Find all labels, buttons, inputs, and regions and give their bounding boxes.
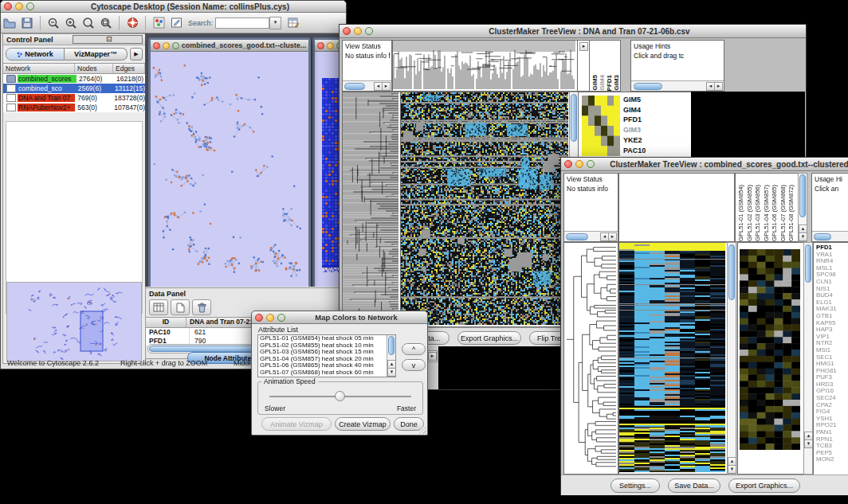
column-edges[interactable]: Edges — [113, 64, 145, 73]
export-graphics-button[interactable]: Export Graphics... — [457, 331, 521, 345]
select-attributes-button[interactable] — [149, 299, 168, 315]
minimize-button[interactable] — [575, 160, 583, 168]
column-dendrogram-panel[interactable] — [618, 173, 735, 242]
scrollbar-thumb[interactable] — [805, 244, 811, 283]
column-label[interactable]: GIM4 — [599, 75, 606, 91]
zoom-fit-button[interactable] — [80, 15, 97, 31]
row-dendrogram-canvas[interactable] — [564, 243, 616, 472]
column-label[interactable]: GPL51-08 (GSM872) — [787, 185, 796, 241]
gene-label[interactable]: GIM3 — [623, 125, 646, 135]
create-vizmap-button[interactable]: Create Vizmap — [335, 417, 391, 431]
network-window-1-titlebar[interactable]: combined_scores_good.txt--cluste... — [151, 40, 308, 52]
scrollbar-thumb[interactable] — [388, 336, 395, 355]
heatmap-canvas[interactable] — [619, 243, 725, 472]
gene-label[interactable]: PAC10 — [623, 146, 646, 156]
column-label[interactable]: GPL51-04 (GSM857) — [763, 185, 771, 241]
scroll-right-icon[interactable]: ▸ — [579, 42, 588, 51]
export-graphics-button[interactable]: Export Graphics... — [728, 479, 800, 493]
view-status-hscrollbar[interactable]: ◂ ▸ — [564, 231, 618, 241]
network-row[interactable]: RNAPuberNov2+ 563(0) 107847(0) — [3, 103, 145, 112]
zoom-in-button[interactable] — [62, 15, 80, 31]
close-button[interactable] — [564, 160, 572, 168]
column-label[interactable]: GPL51-07 (GSM868) — [779, 185, 788, 241]
attribute-list[interactable]: GPL51-01 (GSM854) heat shock 05 minGPL51… — [257, 334, 396, 377]
scrollbar-thumb[interactable] — [728, 244, 735, 300]
column-label[interactable]: YKE2 — [620, 74, 621, 91]
gene-label[interactable]: YKE2 — [623, 135, 646, 146]
new-attribute-button[interactable] — [171, 299, 190, 315]
save-button[interactable] — [18, 15, 36, 31]
tab-vizmapper[interactable]: VizMapper™ — [65, 48, 128, 61]
float-window-icon[interactable]: ⊡ — [73, 35, 143, 44]
tab-network[interactable]: Network — [6, 48, 65, 61]
open-file-button[interactable] — [1, 15, 18, 31]
scroll-down-icon[interactable]: ▾ — [804, 440, 813, 448]
close-button[interactable] — [317, 42, 324, 49]
minimize-button[interactable] — [327, 42, 334, 49]
close-button[interactable] — [4, 2, 12, 10]
resize-grip[interactable] — [419, 427, 426, 434]
scrollbar-thumb[interactable] — [566, 233, 588, 240]
attribute-list-vscrollbar[interactable]: ▴ ▾ — [387, 335, 395, 377]
treeview2-titlebar[interactable]: ClusterMaker TreeView : combined_scores_… — [561, 158, 848, 171]
delete-attribute-button[interactable] — [192, 299, 211, 315]
column-labels-vscrollbar[interactable]: ▴ ▾ — [798, 173, 807, 242]
treeview1-titlebar[interactable]: ClusterMaker TreeView : DNA and Tran 07-… — [340, 25, 806, 38]
scrollbar-thumb[interactable] — [814, 233, 831, 240]
minimize-button[interactable] — [163, 42, 170, 49]
scrollbar-thumb[interactable] — [634, 83, 662, 90]
scroll-down-icon[interactable]: ▾ — [387, 368, 396, 377]
scroll-down-icon[interactable]: ▾ — [799, 232, 807, 241]
close-button[interactable] — [343, 27, 351, 35]
search-dropdown-button[interactable]: ▼ — [269, 17, 281, 29]
heatmap-canvas[interactable] — [401, 92, 568, 325]
column-label[interactable]: GPL51-03 (GSM856) — [754, 185, 763, 241]
zoom-out-button[interactable] — [45, 15, 62, 31]
scrollbar-thumb[interactable] — [344, 83, 365, 90]
column-label[interactable]: GIM3 — [613, 75, 620, 91]
selection-heatmap-canvas[interactable] — [582, 96, 620, 156]
more-tabs-button[interactable]: ▶ — [130, 48, 143, 61]
scrollbar-thumb[interactable] — [799, 174, 806, 217]
gene-label[interactable]: PFD1 — [623, 115, 646, 125]
column-label[interactable]: PFD1 — [606, 75, 613, 91]
attribute-item[interactable]: GPL51-07 (GSM868) heat shock 60 min — [258, 369, 387, 377]
help-button[interactable] — [124, 15, 141, 31]
column-label[interactable]: GIM5 — [591, 75, 599, 91]
dialog-titlebar[interactable]: Map Colors to Network — [252, 311, 427, 324]
save-data-button[interactable]: Save Data... — [668, 479, 720, 493]
selection-heatmap-canvas[interactable] — [740, 249, 800, 450]
heatmap-vscrollbar[interactable]: ▴ ▾ — [727, 242, 736, 475]
zoom-button[interactable] — [277, 314, 285, 322]
network-view-canvas[interactable] — [151, 52, 304, 286]
annotation-button[interactable] — [167, 15, 185, 31]
detail-vscrollbar[interactable]: ▴ ▾ — [803, 242, 813, 475]
speed-slider-thumb[interactable] — [335, 391, 345, 401]
scroll-right-icon[interactable]: ▸ — [714, 82, 723, 91]
zoom-button[interactable] — [365, 27, 373, 35]
attribute-browser-button[interactable] — [285, 15, 302, 31]
scrollbar-thumb[interactable] — [571, 94, 577, 142]
gene-label[interactable]: MON2 — [814, 456, 848, 463]
column-id[interactable]: ID — [146, 318, 186, 327]
column-label[interactable]: GPL51-06 (GSM865) — [771, 185, 779, 241]
usage-hints-hscrollbar[interactable]: ◂ ▸ — [631, 80, 724, 91]
column-label[interactable]: GPL51-01 (GSM854) — [737, 185, 746, 241]
gene-label[interactable]: GIM4 — [623, 105, 646, 115]
column-nodes[interactable]: Nodes — [75, 64, 113, 73]
usage-hints-hscrollbar[interactable] — [812, 231, 848, 241]
birdseye-canvas[interactable] — [7, 283, 141, 361]
minimize-button[interactable] — [266, 314, 274, 322]
close-button[interactable] — [153, 42, 160, 49]
settings-button[interactable]: Settings... — [610, 479, 660, 493]
main-titlebar[interactable]: Cytoscape Desktop (Session Name: collins… — [1, 1, 346, 13]
scroll-right-icon[interactable]: ▸ — [382, 82, 391, 91]
vizmapper-button[interactable] — [150, 15, 167, 31]
column-dendrogram-canvas[interactable] — [393, 41, 575, 89]
zoom-selected-button[interactable] — [97, 15, 115, 31]
zoom-button[interactable] — [587, 160, 595, 168]
scroll-right-icon[interactable]: ▸ — [428, 352, 437, 361]
row-dendrogram-canvas[interactable] — [343, 92, 398, 325]
network-row[interactable]: DNA and Tran 07 769(0) 183728(0) — [3, 93, 145, 103]
move-up-button[interactable]: ^ — [402, 343, 426, 355]
